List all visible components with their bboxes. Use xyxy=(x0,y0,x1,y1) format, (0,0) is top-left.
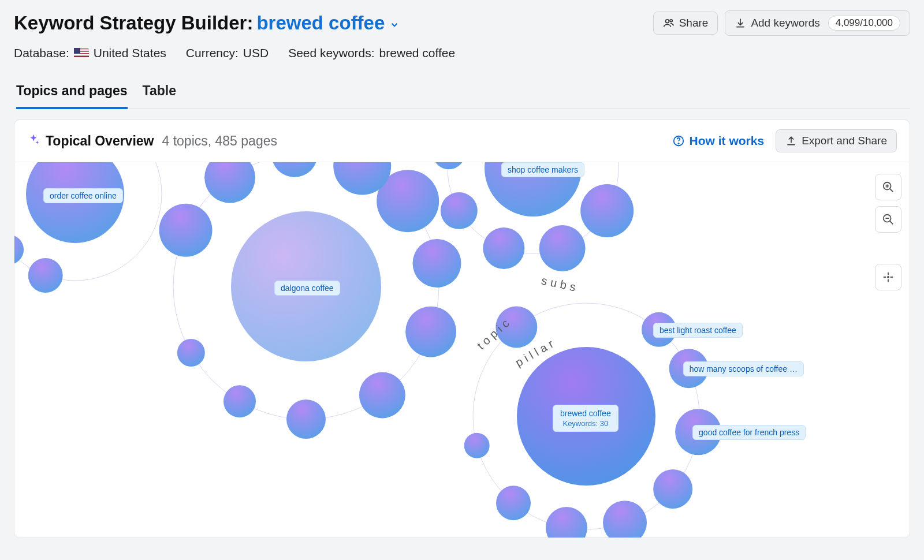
satellite-label[interactable]: how many scoops of coffee … xyxy=(683,361,804,376)
question-circle-icon xyxy=(672,135,685,147)
cluster-satellite[interactable] xyxy=(271,162,318,177)
cluster-satellite[interactable] xyxy=(483,227,524,269)
crosshair-icon xyxy=(882,271,895,283)
cluster-satellite[interactable] xyxy=(204,162,255,203)
zoom-in-button[interactable] xyxy=(875,174,901,200)
add-keywords-label: Add keywords xyxy=(751,17,819,29)
share-label: Share xyxy=(679,17,709,29)
cluster-satellite[interactable] xyxy=(441,192,478,229)
center-button[interactable] xyxy=(875,264,901,290)
cluster-graph-svg xyxy=(14,162,910,537)
svg-line-9 xyxy=(890,221,893,225)
tabs: Topics and pages Table xyxy=(14,83,910,109)
meta-seed: Seed keywords: brewed coffee xyxy=(288,46,455,60)
pillar-label-brewed-coffee[interactable]: brewed coffeeKeywords: 30 xyxy=(553,405,619,432)
cluster-label-order-coffee-online[interactable]: order coffee online xyxy=(43,188,123,203)
tab-topics-pages[interactable]: Topics and pages xyxy=(16,83,128,109)
cluster-satellite[interactable] xyxy=(14,234,24,264)
cluster-satellite[interactable] xyxy=(546,507,587,537)
cluster-satellite[interactable] xyxy=(653,469,692,509)
add-keywords-button[interactable]: Add keywords 4,099/10,000 xyxy=(725,10,910,36)
topical-overview-panel: Topical Overview 4 topics, 485 pages How… xyxy=(14,120,910,538)
cluster-satellite[interactable] xyxy=(580,184,634,237)
chart-area[interactable]: topic pillar subs order coffee onlinedal… xyxy=(14,162,910,537)
panel-subtitle: 4 topics, 485 pages xyxy=(162,133,277,149)
svg-line-5 xyxy=(890,189,893,192)
cluster-satellite[interactable] xyxy=(464,433,490,458)
cluster-satellite[interactable] xyxy=(28,258,63,293)
cluster-label-dalgona-coffee[interactable]: dalgona coffee xyxy=(274,281,340,296)
cluster-satellite[interactable] xyxy=(359,372,405,418)
upload-icon xyxy=(785,135,797,147)
zoom-in-icon xyxy=(882,181,895,193)
keyword-count-pill: 4,099/10,000 xyxy=(828,16,900,31)
cluster-satellite[interactable] xyxy=(286,400,326,439)
cluster-satellite[interactable] xyxy=(603,501,647,537)
seed-keyword-dropdown[interactable]: brewed coffee xyxy=(256,12,400,34)
zoom-out-button[interactable] xyxy=(875,206,901,233)
svg-point-1 xyxy=(670,20,672,22)
meta-currency: Currency: USD xyxy=(186,46,269,60)
cluster-satellite[interactable] xyxy=(159,204,213,257)
sparkle-icon xyxy=(27,133,40,148)
meta-database: Database: United States xyxy=(14,46,166,60)
cluster-satellite[interactable] xyxy=(405,307,456,357)
svg-point-3 xyxy=(678,143,679,144)
cluster-label-shop-coffee-makers[interactable]: shop coffee makers xyxy=(501,162,584,177)
panel-title: Topical Overview xyxy=(46,133,154,149)
export-share-button[interactable]: Export and Share xyxy=(776,129,897,152)
users-icon xyxy=(663,17,675,29)
share-button[interactable]: Share xyxy=(653,12,718,35)
how-it-works-link[interactable]: How it works xyxy=(672,134,765,148)
cluster-satellite[interactable] xyxy=(496,486,531,520)
zoom-out-icon xyxy=(882,213,895,226)
svg-point-15 xyxy=(888,277,889,278)
page-title: Keyword Strategy Builder: xyxy=(14,12,253,34)
flag-us-icon xyxy=(74,48,89,58)
seed-keyword-text: brewed coffee xyxy=(256,12,385,34)
cluster-satellite[interactable] xyxy=(223,385,256,417)
meta-row: Database: United States Currency: USD Se… xyxy=(14,46,910,60)
download-icon xyxy=(735,17,746,29)
satellite-label[interactable]: best light roast coffee xyxy=(653,323,743,338)
cluster-satellite[interactable] xyxy=(413,239,461,288)
cluster-satellite[interactable] xyxy=(433,162,465,169)
satellite-label[interactable]: good coffee for french press xyxy=(692,425,806,440)
svg-point-0 xyxy=(665,20,669,23)
cluster-satellite[interactable] xyxy=(539,225,586,271)
chevron-down-icon xyxy=(389,20,400,30)
tab-table[interactable]: Table xyxy=(143,83,176,109)
cluster-satellite[interactable] xyxy=(177,339,205,367)
